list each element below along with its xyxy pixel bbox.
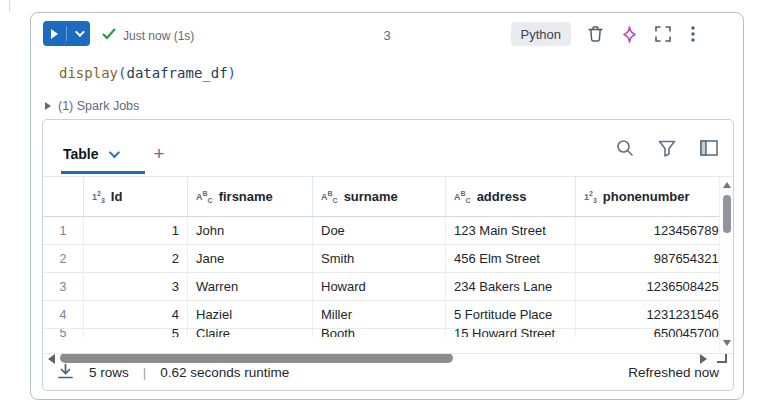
table-cell[interactable]: Miller <box>313 301 446 328</box>
cell-text: John <box>196 223 224 238</box>
assistant-sparkle-icon[interactable] <box>619 24 639 44</box>
string-type-icon: ABC <box>196 190 213 204</box>
cell-toolbar: Just now (1s) 3 Python <box>31 13 743 57</box>
column-label: Id <box>111 189 123 204</box>
column-label: firsname <box>219 189 273 204</box>
vertical-scroll-thumb[interactable] <box>723 195 731 233</box>
notebook-page: Just now (1s) 3 Python display(dataframe… <box>0 0 768 411</box>
fullscreen-icon[interactable] <box>653 24 673 44</box>
table-cell[interactable]: 123 Main Street <box>446 217 576 244</box>
table-cell[interactable]: 5 <box>84 329 188 337</box>
column-header-id[interactable]: 123 Id <box>84 177 188 216</box>
results-footer: 5 rows | 0.62 seconds runtime Refreshed … <box>43 353 733 390</box>
table-cell[interactable]: 234 Bakers Lane <box>446 273 576 300</box>
table-cell[interactable]: 1 <box>84 217 188 244</box>
cell-text: 1 <box>60 224 67 238</box>
runtime-text: 0.62 seconds runtime <box>160 365 289 380</box>
column-header-phonenumber[interactable]: 123 phonenumber <box>576 177 719 216</box>
search-icon[interactable] <box>615 138 635 158</box>
table-cell[interactable]: 15 Howard Street <box>446 329 576 337</box>
cell-text: 6500457000 <box>654 329 719 337</box>
cell-text: 5 <box>60 329 67 337</box>
table-cell[interactable]: 12312315465 <box>576 301 719 328</box>
cell-text: Howard <box>321 279 366 294</box>
table-cell[interactable]: Jane <box>188 245 313 272</box>
cell-text: Doe <box>321 223 345 238</box>
row-number-cell[interactable]: 1 <box>43 217 84 244</box>
columns-panel-icon[interactable] <box>699 138 719 158</box>
row-number-cell[interactable]: 3 <box>43 273 84 300</box>
table-cell[interactable]: Smith <box>313 245 446 272</box>
cell-text: 5 Fortitude Place <box>454 307 552 322</box>
table-cell[interactable]: Booth <box>313 329 446 337</box>
table-cell[interactable]: 6500457000 <box>576 329 719 337</box>
language-selector[interactable]: Python <box>511 22 571 46</box>
numeric-type-icon: 123 <box>92 190 105 204</box>
spark-jobs-label: (1) Spark Jobs <box>58 99 139 113</box>
column-header-surname[interactable]: ABC surname <box>313 177 446 216</box>
table-cell[interactable]: 5 Fortitude Place <box>446 301 576 328</box>
row-number-cell[interactable]: 2 <box>43 245 84 272</box>
table-cell[interactable]: Warren <box>188 273 313 300</box>
cell-text: Miller <box>321 307 352 322</box>
cell-text: 4 <box>60 308 67 322</box>
table-cell[interactable]: 2 <box>84 245 188 272</box>
filter-icon[interactable] <box>657 138 677 158</box>
table-cell[interactable]: John <box>188 217 313 244</box>
code-argument: dataframe_df <box>126 65 227 81</box>
scroll-down-arrow-icon[interactable] <box>723 340 731 346</box>
row-number-cell[interactable]: 5 <box>43 329 84 337</box>
column-header-firsname[interactable]: ABC firsname <box>188 177 313 216</box>
cell-text: 1 <box>172 223 179 238</box>
table-body: 11JohnDoe123 Main Street123456789022Jane… <box>43 217 719 337</box>
notebook-cell: Just now (1s) 3 Python display(dataframe… <box>30 12 744 400</box>
table-row[interactable]: 22JaneSmith456 Elm Street9876543210 <box>43 245 719 273</box>
cell-text: 1234567890 <box>654 223 719 238</box>
cell-text: 123 Main Street <box>454 223 546 238</box>
table-cell[interactable]: 4 <box>84 301 188 328</box>
table-row[interactable]: 33WarrenHoward234 Bakers Lane12365084256 <box>43 273 719 301</box>
code-paren-close: ) <box>228 65 236 81</box>
tab-chevron-down-icon[interactable] <box>108 147 119 158</box>
row-number-header[interactable] <box>43 177 84 216</box>
data-table: 123 Id ABC firsname ABC surname ABC addr… <box>43 177 719 337</box>
table-cell[interactable]: Claire <box>188 329 313 337</box>
table-cell[interactable]: Haziel <box>188 301 313 328</box>
code-line[interactable]: display(dataframe_df) <box>59 65 236 81</box>
table-row[interactable]: 44HazielMiller5 Fortitude Place123123154… <box>43 301 719 329</box>
table-cell[interactable]: Doe <box>313 217 446 244</box>
cell-text: 456 Elm Street <box>454 251 540 266</box>
cell-text: Jane <box>196 251 224 266</box>
table-cell[interactable]: 12365084256 <box>576 273 719 300</box>
table-cell[interactable]: 3 <box>84 273 188 300</box>
cell-text: 3 <box>172 279 179 294</box>
cell-text: 2 <box>172 251 179 266</box>
cell-text: Smith <box>321 251 354 266</box>
cell-menu-kebab-icon[interactable] <box>683 24 703 44</box>
tab-table[interactable]: Table <box>55 134 125 174</box>
column-header-address[interactable]: ABC address <box>446 177 576 216</box>
active-tab-indicator <box>61 171 145 174</box>
cell-text: Booth <box>321 329 355 337</box>
tab-table-label: Table <box>63 146 99 162</box>
add-visualization-button[interactable]: + <box>147 142 171 166</box>
table-row[interactable]: 11JohnDoe123 Main Street1234567890 <box>43 217 719 245</box>
page-edge-divider <box>9 0 10 13</box>
spark-jobs-expander[interactable]: (1) Spark Jobs <box>45 99 139 113</box>
row-number-cell[interactable]: 4 <box>43 301 84 328</box>
vertical-scrollbar[interactable] <box>719 177 733 350</box>
table-cell[interactable]: 456 Elm Street <box>446 245 576 272</box>
table-row[interactable]: 55ClaireBooth15 Howard Street6500457000 <box>43 329 719 337</box>
cell-text: 12312315465 <box>646 307 719 322</box>
table-cell[interactable]: 1234567890 <box>576 217 719 244</box>
cell-text: Claire <box>196 329 230 337</box>
refreshed-status: Refreshed now <box>628 365 719 380</box>
table-cell[interactable]: Howard <box>313 273 446 300</box>
table-cell[interactable]: 9876543210 <box>576 245 719 272</box>
delete-cell-icon[interactable] <box>585 24 605 44</box>
cell-text: Haziel <box>196 307 232 322</box>
scroll-up-arrow-icon[interactable] <box>723 182 731 188</box>
results-tabbar: Table + <box>43 120 733 177</box>
download-icon[interactable] <box>57 363 75 381</box>
column-label: phonenumber <box>603 189 690 204</box>
